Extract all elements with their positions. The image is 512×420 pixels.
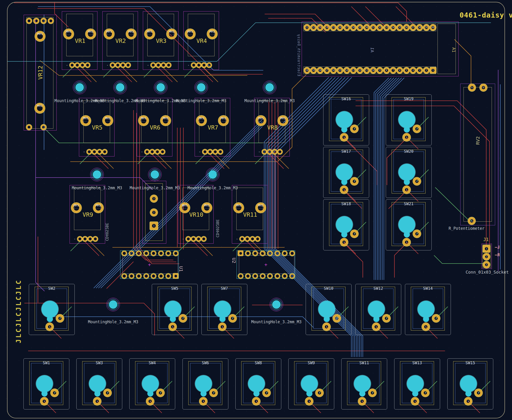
- switch-pad-1[interactable]: 1: [358, 397, 366, 405]
- pin-pad[interactable]: [48, 18, 54, 24]
- switch-pad-1[interactable]: 1: [403, 133, 411, 141]
- footprint-vr12[interactable]: MH1VR12MH2: [24, 15, 57, 130]
- footprint-sw13[interactable]: SW1321: [394, 358, 440, 409]
- header-pin-27[interactable]: 27: [344, 24, 350, 31]
- switch-pad-1[interactable]: 1: [146, 397, 154, 405]
- pin-pad-4[interactable]: [277, 149, 282, 154]
- footprint-rv2[interactable]: 123: [460, 84, 495, 225]
- switch-pad-2[interactable]: 2: [432, 314, 440, 322]
- switch-pad-1[interactable]: 1: [252, 397, 260, 405]
- pin-pad-2[interactable]: [150, 149, 155, 154]
- socket-pin[interactable]: [275, 251, 280, 256]
- header-pin-25[interactable]: 25: [330, 24, 337, 31]
- switch-pad-2[interactable]: 2: [315, 389, 323, 397]
- pin-pad-2[interactable]: [156, 63, 161, 68]
- mounting-hole[interactable]: [269, 298, 283, 312]
- switch-pad-2[interactable]: 2: [413, 125, 421, 133]
- pin-pad-2[interactable]: [196, 63, 201, 68]
- pin-pad-3[interactable]: [80, 63, 85, 68]
- footprint-sw10[interactable]: SW1021: [306, 284, 352, 335]
- socket-pin[interactable]: [136, 251, 141, 256]
- switch-pad-2[interactable]: 2: [229, 314, 237, 322]
- pin-pad-3[interactable]: [213, 149, 218, 154]
- switch-pad-1[interactable]: 1: [40, 397, 48, 405]
- switch-pad-1[interactable]: 1: [372, 323, 380, 331]
- pin-pad-3[interactable]: [201, 63, 207, 68]
- mounting-hole[interactable]: [106, 298, 120, 312]
- header-pin-39[interactable]: 39: [423, 24, 430, 31]
- pin-pad-4[interactable]: [126, 63, 131, 68]
- header-pin-26[interactable]: 26: [337, 24, 343, 31]
- socket-pin[interactable]: [158, 273, 164, 279]
- mounting-hole[interactable]: [194, 80, 208, 94]
- pin-pad-4[interactable]: [160, 149, 165, 154]
- footprint-sw1[interactable]: SW121: [23, 358, 69, 409]
- header-pin-17[interactable]: 17: [324, 67, 330, 74]
- footprint-vr9[interactable]: MH1MH2VR9-: [70, 185, 105, 244]
- footprint-sw20[interactable]: SW2021: [386, 147, 432, 198]
- switch-pad-1[interactable]: 1: [422, 323, 430, 331]
- header-pin-19[interactable]: 19: [310, 67, 317, 74]
- switch-pad-2[interactable]: 2: [350, 125, 358, 133]
- switch-pad-1[interactable]: 1: [199, 397, 207, 405]
- pin-pad-1[interactable]: [191, 63, 196, 68]
- footprint-vr8[interactable]: MH1MH2VR8-: [254, 98, 290, 157]
- switch-pad-2[interactable]: 2: [104, 389, 111, 397]
- footprint-vr5[interactable]: MH1MH2VR5-: [79, 98, 115, 157]
- footprint-vr2[interactable]: MH1MH2VR2-: [102, 11, 138, 70]
- socket-pin-1[interactable]: [173, 273, 178, 278]
- jack-pad-1[interactable]: 1: [150, 222, 158, 230]
- socket-pin[interactable]: [122, 251, 127, 256]
- socket-pin[interactable]: [252, 273, 258, 279]
- header-pin-8[interactable]: 8: [383, 67, 390, 74]
- mounting-hole[interactable]: [113, 80, 127, 94]
- header-pin-13[interactable]: 13: [350, 67, 356, 74]
- header-pin-40[interactable]: 40: [430, 24, 436, 31]
- header-pin-9[interactable]: 9: [377, 67, 383, 74]
- pin-pad-3[interactable]: [196, 236, 201, 241]
- footprint-u1[interactable]: +: [120, 250, 179, 279]
- socket-pin[interactable]: [282, 251, 287, 256]
- footprint-sw8[interactable]: SW821: [235, 358, 281, 409]
- header-pin-18[interactable]: 18: [317, 67, 323, 74]
- switch-pad-2[interactable]: 2: [51, 389, 59, 397]
- pin-pad-2[interactable]: [75, 63, 80, 68]
- footprint-sw14[interactable]: SW1421: [405, 284, 451, 335]
- switch-pad-2[interactable]: 2: [179, 314, 187, 322]
- footprint-sw11[interactable]: SW1121: [341, 358, 387, 409]
- header-pin-2[interactable]: 2: [423, 67, 430, 74]
- footprint-vr1[interactable]: MH1MH2VR1-: [62, 11, 97, 70]
- switch-pad-1[interactable]: 1: [403, 238, 411, 246]
- header-pin-28[interactable]: 28: [350, 24, 356, 31]
- header-pin-3[interactable]: 3: [416, 67, 423, 74]
- switch-pad-2[interactable]: 2: [382, 314, 390, 322]
- socket-pin[interactable]: [129, 251, 134, 256]
- switch-pad-2[interactable]: 2: [368, 389, 376, 397]
- pin-pad-4[interactable]: [85, 63, 90, 68]
- switch-pad-2[interactable]: 2: [350, 230, 358, 238]
- rv2-pad-2[interactable]: 2: [480, 84, 487, 91]
- header-pin-22[interactable]: 22: [310, 24, 317, 31]
- footprint-sw5[interactable]: SW521: [152, 284, 198, 335]
- switch-pad-1[interactable]: 1: [305, 397, 313, 405]
- footprint-sw16[interactable]: SW1621: [323, 94, 369, 145]
- j1-pad-2[interactable]: 2: [483, 253, 490, 260]
- pin-pad-1[interactable]: [202, 149, 208, 154]
- socket-pin[interactable]: [122, 273, 127, 279]
- socket-pin-1[interactable]: [238, 251, 243, 256]
- header-pin-31[interactable]: 31: [370, 24, 376, 31]
- pin-pad[interactable]: [26, 18, 32, 24]
- pin-pad[interactable]: [26, 124, 32, 130]
- pin-pad-4[interactable]: [102, 149, 107, 154]
- socket-pin[interactable]: [173, 251, 178, 256]
- switch-pad-1[interactable]: 1: [403, 186, 411, 194]
- switch-pad-2[interactable]: 2: [56, 314, 64, 322]
- switch-pad-1[interactable]: 1: [218, 323, 226, 331]
- header-pin-37[interactable]: 37: [410, 24, 416, 31]
- socket-pin[interactable]: [260, 251, 265, 256]
- socket-pin[interactable]: [267, 251, 273, 256]
- switch-pad-1[interactable]: 1: [411, 397, 419, 405]
- header-pin-29[interactable]: 29: [357, 24, 363, 31]
- pin-pad-2[interactable]: [245, 236, 250, 241]
- footprint-sw15[interactable]: SW1521: [447, 358, 493, 409]
